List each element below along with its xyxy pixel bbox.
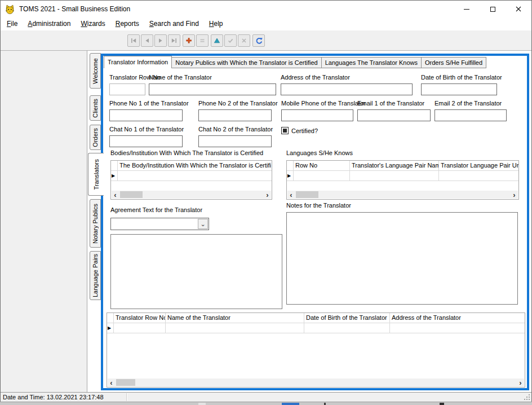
post-edit-icon	[227, 37, 234, 44]
grid-cell[interactable]	[439, 171, 518, 181]
bodies-grid-hscrollbar[interactable]: ‹ ›	[112, 191, 271, 199]
combobox-dropdown-button[interactable]: ⌄	[198, 219, 208, 229]
languages-grid-header: Row No Translator's Language Pair Name T…	[287, 161, 518, 171]
label-address: Address of the Translator	[281, 74, 350, 81]
bodies-grid-header: The Body/Institution With Which the Tran…	[111, 161, 272, 171]
sidebar-tab-label: Clients	[92, 99, 99, 118]
close-button[interactable]	[506, 1, 531, 17]
label-birth-date: Date of Birth of the Translator	[421, 74, 502, 81]
grid-cell[interactable]	[294, 171, 350, 181]
scroll-thumb[interactable]	[296, 191, 318, 198]
menu-item-file[interactable]: File	[2, 17, 23, 30]
notes-memo[interactable]	[286, 212, 518, 305]
column-header-body-institution[interactable]: The Body/Institution With Which the Tran…	[118, 161, 272, 170]
scroll-left-icon[interactable]: ‹	[287, 191, 295, 199]
input-phone2[interactable]	[198, 109, 272, 121]
column-header-birth-date[interactable]: Date of Birth of the Translator	[304, 313, 390, 323]
app-window: TOMS 2021 - Small Business Edition File …	[0, 0, 532, 402]
translators-grid-hscrollbar[interactable]: ‹ ›	[108, 378, 524, 386]
tab-languages-known[interactable]: Languages The Translator Knows	[321, 57, 422, 68]
column-header-row-no[interactable]: Row No	[294, 161, 350, 170]
menu-item-reports[interactable]: Reports	[110, 17, 144, 30]
column-header-address[interactable]: Address of the Translator	[390, 313, 525, 323]
menu-item-wizards[interactable]: Wizards	[76, 17, 110, 30]
certified-checkbox[interactable]	[281, 127, 289, 134]
prior-record-button[interactable]	[141, 34, 153, 47]
insert-record-button[interactable]	[183, 34, 195, 47]
input-email1[interactable]	[357, 109, 431, 121]
grid-cell[interactable]	[118, 171, 272, 181]
grid-cell[interactable]	[114, 323, 166, 333]
grid-cell[interactable]	[390, 323, 525, 333]
scroll-left-icon[interactable]: ‹	[112, 191, 119, 199]
translators-grid-header: Translator Row No Name of the Translator…	[107, 313, 525, 323]
last-record-button[interactable]	[168, 34, 180, 47]
taskbar-item	[324, 403, 326, 405]
column-header-pair-name[interactable]: Translator's Language Pair Name	[350, 161, 439, 170]
input-birth-date[interactable]	[421, 83, 497, 95]
grid-cell[interactable]	[350, 171, 439, 181]
input-chat1[interactable]	[109, 135, 183, 147]
scroll-right-icon[interactable]: ›	[517, 379, 524, 386]
translators-page: Translator Information Notary Publics wi…	[101, 54, 529, 390]
label-chat1: Chat No 1 of the Translator	[109, 126, 184, 133]
refresh-data-button[interactable]	[252, 34, 265, 47]
column-header-translator-row-no[interactable]: Translator Row No	[114, 313, 166, 323]
input-mobile[interactable]	[281, 109, 353, 121]
cancel-edit-button[interactable]	[238, 34, 250, 47]
minimize-button[interactable]	[454, 1, 480, 17]
input-address[interactable]	[281, 83, 413, 95]
scroll-right-icon[interactable]: ›	[511, 191, 518, 199]
input-chat2[interactable]	[198, 135, 272, 147]
first-record-button[interactable]	[127, 34, 140, 47]
sidebar-tab-label: Language Pairs	[92, 254, 99, 297]
scroll-thumb[interactable]	[120, 191, 143, 198]
delete-record-button[interactable]	[196, 34, 209, 47]
grid-indicator-header	[107, 313, 114, 323]
sidebar-tab-translators[interactable]: Translators	[88, 153, 104, 196]
grid-row[interactable]: ▶	[287, 171, 518, 181]
screen: TOMS 2021 - Small Business Edition File …	[0, 0, 532, 405]
menu-item-search-and-find[interactable]: Search and Find	[144, 17, 204, 30]
agreement-text-memo[interactable]	[110, 234, 282, 309]
grid-cell[interactable]	[304, 323, 390, 333]
scroll-thumb[interactable]	[116, 379, 135, 386]
sidebar-tab-orders[interactable]: Orders	[90, 125, 101, 150]
tab-notary-publics-certified[interactable]: Notary Publics with Which the Translator…	[171, 57, 321, 68]
column-header-name[interactable]: Name of the Translator	[166, 313, 304, 323]
maximize-button[interactable]	[480, 1, 506, 17]
input-name[interactable]	[149, 83, 276, 95]
agreement-combobox[interactable]: ⌄	[110, 218, 209, 230]
bodies-grid: The Body/Institution With Which the Tran…	[110, 160, 272, 200]
post-edit-button[interactable]	[224, 34, 237, 47]
sidebar-tab-notary-publics[interactable]: Notary Publics	[90, 199, 101, 248]
sidebar-tab-label: Orders	[92, 128, 99, 147]
grid-row[interactable]: ▶	[107, 323, 525, 333]
label-name: Name of the Translator	[149, 74, 212, 81]
sidebar-tab-welcome[interactable]: Welcome	[90, 53, 101, 89]
tab-translator-information[interactable]: Translator Information	[104, 56, 172, 68]
scroll-right-icon[interactable]: ›	[264, 191, 271, 199]
status-datetime: Date and Time: 13.02.2021 23:17:48	[3, 394, 104, 400]
menu-item-administration[interactable]: Administration	[23, 17, 76, 30]
input-email2[interactable]	[435, 109, 507, 121]
languages-grid-hscrollbar[interactable]: ‹ ›	[287, 191, 518, 199]
column-header-pair-unit[interactable]: Translator Language Pair Uni	[439, 161, 518, 170]
statusbar-divider	[126, 393, 127, 401]
sidebar-tab-clients[interactable]: Clients	[90, 95, 101, 121]
next-record-button[interactable]	[154, 34, 167, 47]
grid-indicator-header	[111, 161, 118, 170]
resize-grip[interactable]	[524, 394, 530, 400]
row-indicator-icon: ▶	[287, 171, 294, 181]
scroll-left-icon[interactable]: ‹	[108, 379, 115, 386]
menu-item-help[interactable]: Help	[204, 17, 228, 30]
edit-record-button[interactable]	[211, 34, 223, 47]
sidebar-tab-language-pairs[interactable]: Language Pairs	[90, 251, 101, 300]
grid-cell[interactable]	[166, 323, 304, 333]
taskbar-item-active	[282, 403, 299, 405]
grid-row[interactable]: ▶	[111, 171, 272, 181]
input-phone1[interactable]	[109, 109, 183, 121]
refresh-data-icon	[255, 37, 263, 45]
tab-orders-fulfilled[interactable]: Orders S/He Fulfilled	[421, 57, 486, 68]
next-record-icon	[157, 37, 164, 44]
